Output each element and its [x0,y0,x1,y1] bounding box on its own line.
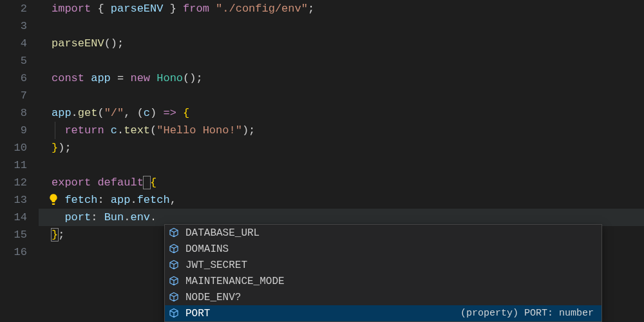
token: ); [242,124,255,137]
code-line[interactable]: return c.text("Hello Hono!"); [39,122,644,139]
code-line[interactable]: parseENV(); [39,35,644,52]
line-number: 7 [0,87,39,104]
field-icon [169,308,180,319]
token: port [64,211,91,223]
autocomplete-item[interactable]: JWT_SECRET [165,257,601,273]
code-line[interactable] [39,52,644,70]
autocomplete-item[interactable]: NODE_ENV? [165,289,601,305]
token: fetch [64,194,97,206]
token: c [144,107,150,119]
token: . [124,211,130,223]
token: fetch [137,194,170,206]
token: text [124,124,150,137]
token: (); [104,37,124,50]
token [150,72,156,84]
code-line[interactable] [39,17,644,35]
line-number: 15 [0,226,39,243]
line-number: 14 [0,209,39,226]
line-number: 9 [0,122,39,139]
token: { [150,176,156,189]
token [52,124,64,137]
token: } [52,142,58,154]
code-line[interactable] [39,156,644,174]
autocomplete-label: MAINTENANCE_MODE [185,276,598,287]
token: import [52,3,91,15]
code-line[interactable]: }); [39,139,644,156]
token: "/" [104,107,124,119]
token: . [150,211,156,223]
autocomplete-item[interactable]: DOMAINS [165,241,601,257]
token: c [111,124,117,137]
code-line[interactable]: export default { [39,174,644,191]
token: , ( [124,107,144,119]
line-number: 8 [0,104,39,122]
line-number: 16 [0,243,39,261]
code-line[interactable]: fetch: app.fetch, [39,191,644,209]
token [84,72,91,84]
autocomplete-label: NODE_ENV? [185,292,598,303]
token: ; [58,229,64,241]
field-icon [169,243,180,255]
lightbulb-icon[interactable] [48,193,59,205]
token: "Hello Hono!" [156,124,242,137]
line-number: 12 [0,174,39,191]
field-icon [169,292,180,303]
token: app [52,107,71,119]
token: => [163,107,176,119]
code-line[interactable]: const app = new Hono(); [39,70,644,87]
token: . [71,107,78,119]
token: , [170,194,176,206]
autocomplete-popup[interactable]: DATABASE_URLDOMAINSJWT_SECRETMAINTENANCE… [164,224,602,322]
line-number: 3 [0,17,39,35]
token: return [64,124,104,137]
line-number: 2 [0,0,39,17]
line-number: 11 [0,156,39,174]
autocomplete-item[interactable]: MAINTENANCE_MODE [165,273,601,289]
autocomplete-label: PORT [185,308,460,319]
line-number: 13 [0,191,39,209]
token: get [78,107,98,119]
token: parseENV [52,37,104,50]
token: } [163,3,183,15]
token: new [130,72,150,84]
token: : [91,211,104,223]
autocomplete-label: DOMAINS [185,243,598,255]
token: { [91,3,111,15]
token: const [52,72,84,84]
token: env [130,211,150,223]
token: default [97,176,143,189]
line-number: 4 [0,35,39,52]
token: ); [58,142,71,154]
field-icon [169,227,180,239]
field-icon [169,260,180,271]
line-number: 10 [0,139,39,156]
code-editor[interactable]: 2345678910111213141516 import { parseENV… [0,0,644,322]
token: from [183,3,209,15]
token: . [117,124,124,137]
token: app [111,194,131,206]
token: ( [97,107,104,119]
line-number: 6 [0,70,39,87]
code-line[interactable]: port: Bun.env. [39,209,644,226]
code-line[interactable] [39,87,644,104]
autocomplete-item[interactable]: PORT(property) PORT: number [165,305,601,321]
token: : [97,194,110,206]
token: Hono [156,72,183,84]
autocomplete-item[interactable]: DATABASE_URL [165,225,601,241]
token: app [91,72,111,84]
autocomplete-label: DATABASE_URL [185,227,598,239]
line-number-gutter: 2345678910111213141516 [0,0,39,322]
code-line[interactable]: import { parseENV } from "./config/env"; [39,0,644,17]
token: ( [150,124,156,137]
token [104,124,111,137]
code-line[interactable]: app.get("/", (c) => { [39,104,644,122]
token: Bun [104,211,124,223]
token: { [183,107,189,119]
token: = [111,72,131,84]
token: . [130,194,137,206]
autocomplete-label: JWT_SECRET [185,260,598,271]
token [209,3,216,15]
token: parseENV [111,3,164,15]
token [52,211,64,223]
token [176,107,183,119]
